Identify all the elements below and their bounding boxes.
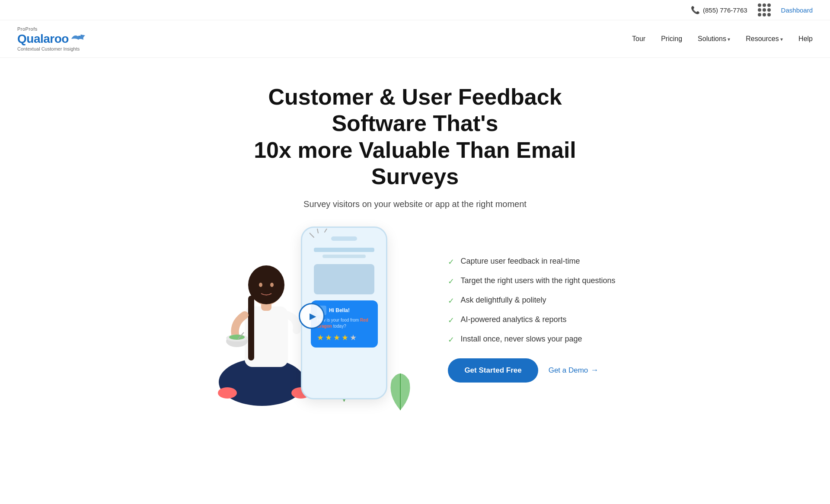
feature-item-5: ✓ Install once, never slows your page [448,335,615,345]
get-demo-button[interactable]: Get a Demo → [549,366,599,375]
feature-item-3: ✓ Ask delightfully & politely [448,296,615,306]
get-started-button[interactable]: Get Started Free [448,358,538,383]
dashboard-link[interactable]: Dashboard [781,6,813,14]
cta-area: Get Started Free Get a Demo → [448,358,615,383]
phone-number[interactable]: 📞 (855) 776-7763 [691,6,747,15]
star-3: ★ [333,333,340,342]
logo-area: ProProfs Qualaroo Contextual Customer In… [17,26,86,51]
check-icon-4: ✓ [448,316,454,325]
star-1: ★ [317,333,324,342]
svg-line-18 [310,233,314,237]
phone-bar1 [314,248,374,252]
star-2: ★ [325,333,332,342]
logo-qualaroo[interactable]: Qualaroo [17,32,86,46]
check-icon-1: ✓ [448,257,454,267]
feature-item-1: ✓ Capture user feedback in real-time [448,257,615,267]
survey-greeting: Hi Bella! [317,306,372,315]
nav-item-solutions[interactable]: Solutions [698,35,730,43]
logo-text: Qualaroo [17,32,69,46]
nav-item-help[interactable]: Help [798,35,813,43]
svg-point-0 [79,35,80,36]
check-icon-5: ✓ [448,335,454,345]
phone-bar2 [322,255,366,258]
phone-icon: 📞 [691,6,700,15]
logo-proprofs: ProProfs [17,26,86,32]
check-icon-2: ✓ [448,277,454,286]
play-button[interactable] [299,303,325,329]
star-rating[interactable]: ★ ★ ★ ★ ★ [317,333,372,342]
logo-bird-icon [70,33,86,42]
nav-item-resources[interactable]: Resources [746,35,783,43]
nav-item-pricing[interactable]: Pricing [661,35,682,43]
check-icon-3: ✓ [448,296,454,306]
features-list: ✓ Capture user feedback in real-time ✓ T… [448,257,615,345]
demo-arrow-icon: → [591,366,598,375]
svg-rect-8 [248,296,254,360]
hero-subtitle: Survey visitors on your website or app a… [17,199,813,209]
svg-point-10 [270,283,274,287]
nav-item-tour[interactable]: Tour [632,35,645,43]
sparkle-icon [310,229,335,246]
svg-point-13 [229,335,245,340]
nav-links: Tour Pricing Solutions Resources Help [632,35,813,43]
svg-line-20 [325,229,327,232]
svg-point-9 [259,283,262,287]
apps-grid-icon[interactable] [758,3,771,16]
star-5: ★ [350,333,357,342]
leaf-right-icon [385,367,415,410]
hero-section: Customer & User Feedback Software That's… [0,58,830,209]
feature-item-4: ✓ AI-powered analytics & reports [448,315,615,325]
navbar: ProProfs Qualaroo Contextual Customer In… [0,20,830,58]
content-area: Hi Bella! How is your food from Red Drag… [134,226,696,438]
svg-point-2 [218,387,237,399]
hero-illustration: Hi Bella! How is your food from Red Drag… [214,226,422,412]
survey-question: How is your food from Red Dragon today? [317,317,372,329]
svg-line-19 [317,229,318,233]
hero-headline: Customer & User Feedback Software That's… [220,84,610,190]
features-section: ✓ Capture user feedback in real-time ✓ T… [448,257,615,383]
logo-tagline: Contextual Customer Insights [17,46,86,51]
feature-item-2: ✓ Target the right users with the right … [448,276,615,286]
top-bar: 📞 (855) 776-7763 Dashboard [0,0,830,20]
phone-content-image [314,264,374,294]
star-4: ★ [342,333,348,342]
